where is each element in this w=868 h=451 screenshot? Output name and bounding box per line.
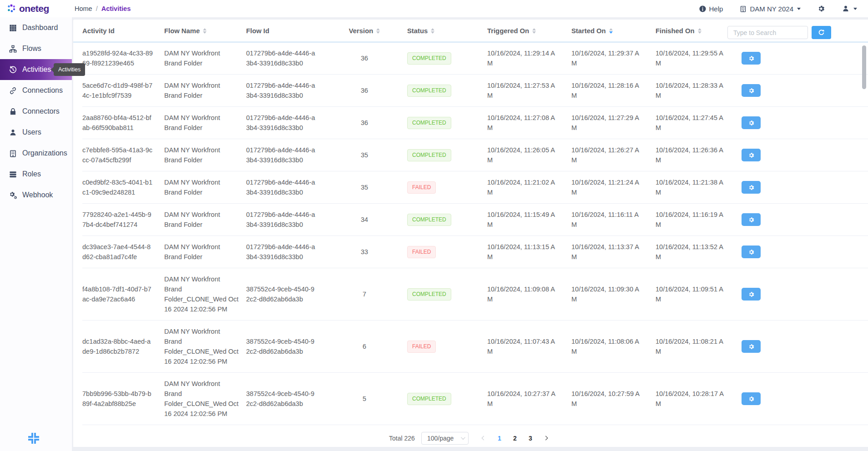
sort-arrows-icon: [431, 28, 434, 34]
activity-id-cell: 5ace6d7c-d1d9-498f-b74c-1e1bfc9f7539: [82, 75, 164, 106]
row-actions-button[interactable]: [742, 149, 761, 161]
sort-arrows-icon: [698, 28, 701, 34]
user-menu[interactable]: [842, 5, 857, 13]
settings-button[interactable]: [817, 5, 825, 13]
triggered-on-cell: 10/16/2024, 11:09:08 AM: [478, 278, 562, 310]
flow-name-cell: DAM NY Workfront Brand Folder: [164, 139, 246, 171]
status-badge: COMPLETED: [407, 149, 451, 161]
row-actions-button[interactable]: [742, 116, 761, 129]
page-size-select[interactable]: 100/page: [421, 432, 469, 445]
version-cell: 36: [337, 80, 392, 101]
sidebar-item-organizations[interactable]: Organizations: [0, 143, 72, 164]
refresh-icon: [818, 29, 825, 36]
prev-page-button[interactable]: [478, 432, 490, 445]
sidebar-item-roles[interactable]: Roles: [0, 164, 72, 185]
sidebar-item-users[interactable]: Users: [0, 122, 72, 143]
help-button[interactable]: Help: [699, 5, 723, 13]
user-icon: [842, 5, 850, 13]
flow-name-cell: DAM NY Workfront Brand Folder: [164, 171, 246, 203]
table-row: 5ace6d7c-d1d9-498f-b74c-1e1bfc9f7539 DAM…: [82, 75, 868, 107]
chevron-right-icon: [544, 436, 548, 441]
column-header-version[interactable]: Version: [337, 27, 392, 35]
status-badge: FAILED: [407, 181, 436, 194]
status-badge: COMPLETED: [407, 214, 451, 226]
column-header-flow-id: Flow Id: [246, 27, 337, 35]
status-cell: FAILED: [392, 240, 478, 264]
table-row: a19528fd-924a-4c33-8969-f8921239e465 DAM…: [82, 42, 868, 75]
activity-id-cell: dc39ace3-7ae4-4544-8d62-cba81ad7c4fe: [82, 236, 164, 268]
pagination-bar: Total 226 100/page 1 2 3: [73, 429, 868, 447]
column-header-status[interactable]: Status: [392, 27, 478, 35]
next-page-button[interactable]: [540, 432, 552, 445]
row-actions-button[interactable]: [742, 340, 761, 353]
flow-id-cell: 017279b6-a4de-4446-a3b4-33916d8c33b0: [246, 236, 337, 268]
status-cell: FAILED: [392, 175, 478, 200]
row-actions-button[interactable]: [742, 392, 761, 405]
page-button-1[interactable]: 1: [493, 432, 506, 445]
dashboard-grid-icon: [9, 24, 17, 32]
pagination-total: Total 226: [389, 435, 415, 442]
started-on-cell: 10/16/2024, 11:21:24 AM: [562, 171, 646, 203]
table-body: a19528fd-924a-4c33-8969-f8921239e465 DAM…: [73, 42, 868, 429]
triggered-on-cell: 10/16/2024, 11:26:05 AM: [478, 139, 562, 171]
gear-icon: [748, 184, 755, 191]
gears-icon: [9, 191, 17, 200]
status-badge: FAILED: [407, 341, 436, 353]
brand-logo[interactable]: oneteg: [0, 3, 72, 14]
brand-name: oneteg: [19, 3, 49, 14]
column-label: Flow Name: [164, 27, 200, 35]
sidebar-item-activities[interactable]: Activities Activities: [0, 59, 72, 80]
row-actions-button[interactable]: [742, 213, 761, 226]
search-input[interactable]: [727, 26, 808, 39]
started-on-cell: 10/16/2024, 10:27:59 AM: [562, 383, 646, 415]
actions-cell: [731, 282, 868, 306]
version-cell: 34: [337, 209, 392, 231]
column-header-triggered-on[interactable]: Triggered On: [478, 27, 562, 35]
gear-icon: [748, 396, 755, 402]
table-row: c0ed9bf2-83c5-4041-b1c1-09c9ed248281 DAM…: [82, 171, 868, 204]
flow-name-cell: DAM NY Workfront Brand Folder: [164, 204, 246, 236]
sidebar-item-connections[interactable]: Connections: [0, 80, 72, 101]
column-label: Activity Id: [82, 27, 115, 35]
sidebar-collapse-icon[interactable]: [25, 430, 42, 446]
row-actions-button[interactable]: [742, 246, 761, 258]
sidebar-item-label: Connectors: [22, 107, 60, 115]
sidebar-item-webhook[interactable]: Webhook: [0, 185, 72, 205]
finished-on-cell: 10/16/2024, 11:21:38 AM: [646, 171, 731, 203]
column-header-flow-name[interactable]: Flow Name: [164, 27, 246, 35]
column-header-started-on[interactable]: Started On: [562, 27, 646, 35]
sidebar: Dashboard Flows Activities Activities: [0, 17, 72, 451]
row-actions-button[interactable]: [742, 288, 761, 301]
row-actions-button[interactable]: [742, 84, 761, 97]
sidebar-item-label: Connections: [22, 86, 63, 95]
refresh-button[interactable]: [812, 26, 831, 39]
finished-on-cell: 10/16/2024, 11:28:33 AM: [646, 75, 731, 106]
activity-id-cell: c7ebbfe8-595a-41a3-9ccc-07a45cfb299f: [82, 139, 164, 171]
page-button-2[interactable]: 2: [509, 432, 521, 445]
flow-name-cell: DAM NY Workfront Brand Folder: [164, 236, 246, 268]
flow-id-cell: 387552c4-9ceb-4540-92c2-d8d62ab6da3b: [246, 331, 337, 362]
actions-cell: [731, 207, 868, 232]
table-scrollbar-thumb[interactable]: [862, 45, 866, 89]
sidebar-item-flows[interactable]: Flows: [0, 38, 72, 59]
sort-arrows-icon: [203, 28, 207, 34]
org-selector[interactable]: DAM NY 2024: [739, 5, 801, 13]
flow-id-cell: 017279b6-a4de-4446-a3b4-33916d8c33b0: [246, 75, 337, 106]
roles-icon: [9, 170, 17, 179]
column-header-finished-on[interactable]: Finished On: [646, 27, 731, 35]
row-actions-button[interactable]: [742, 52, 761, 65]
page-button-3[interactable]: 3: [524, 432, 537, 445]
flow-id-cell: 017279b6-a4de-4446-a3b4-33916d8c33b0: [246, 139, 337, 171]
activity-id-cell: 7bb9b996-53bb-4b79-b89f-4a2abf88b25e: [82, 383, 164, 415]
flow-name-cell: DAM NY Workfront Brand Folder_CLONE_Wed …: [164, 268, 246, 320]
version-cell: 36: [337, 112, 392, 134]
column-label: Started On: [571, 27, 606, 35]
sidebar-item-dashboard[interactable]: Dashboard: [0, 17, 72, 38]
started-on-cell: 10/16/2024, 11:28:16 AM: [562, 75, 646, 106]
triggered-on-cell: 10/16/2024, 10:27:37 AM: [478, 383, 562, 415]
row-actions-button[interactable]: [742, 181, 761, 194]
sidebar-item-label: Users: [22, 128, 41, 136]
table-row: c7ebbfe8-595a-41a3-9ccc-07a45cfb299f DAM…: [82, 139, 868, 171]
sidebar-item-connectors[interactable]: Connectors: [0, 101, 72, 122]
breadcrumb-home[interactable]: Home: [75, 5, 92, 12]
